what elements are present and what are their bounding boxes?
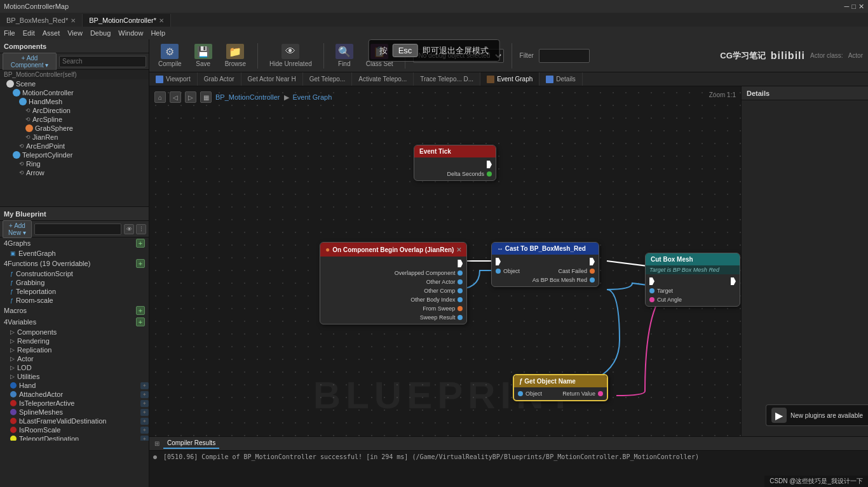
add-variable-btn[interactable]: +: [136, 317, 145, 326]
bp-item-eventgraph[interactable]: ▣ EventGraph: [0, 249, 149, 258]
component-search[interactable]: [59, 56, 146, 67]
get-obj-object-in: [518, 391, 523, 396]
bp-section-macros[interactable]: Macros +: [0, 305, 149, 316]
menu-view[interactable]: View: [67, 29, 83, 37]
add-component-button[interactable]: + Add Component ▾: [3, 53, 57, 70]
window-controls[interactable]: ─ □ ✕: [844, 3, 864, 11]
node-cast[interactable]: ↔ Cast To BP_BoxMesh_Red Object: [491, 242, 599, 287]
cut-angle-pin: [649, 297, 654, 302]
subtab-event-graph[interactable]: Event Graph: [480, 72, 539, 86]
tree-grabsphere[interactable]: GrabSphere: [0, 124, 149, 133]
bp-var-hand[interactable]: Hand ✦: [0, 381, 149, 390]
bp-forward-btn[interactable]: ▷: [185, 91, 196, 103]
bp-section-functions[interactable]: 4Functions (19 Overridable) +: [0, 258, 149, 269]
bp-canvas[interactable]: ⌂ ◁ ▷ ▦ BP_MotionController ▶ Event Grap…: [149, 86, 741, 436]
subtab-viewport[interactable]: Viewport: [149, 72, 198, 86]
bp-item-constructscript[interactable]: ƒ ConstructionScript: [0, 269, 149, 278]
bp-var-isteleporter[interactable]: IsTeleporterActive ✦: [0, 399, 149, 408]
subtab-get-telepo[interactable]: Get Telepo...: [303, 72, 353, 86]
add-new-button[interactable]: + Add New ▾: [3, 220, 32, 238]
filter-input[interactable]: [539, 49, 590, 63]
bp-var-attachedactor[interactable]: AttachedActor ✦: [0, 390, 149, 399]
bp-filter-icon[interactable]: ⋮: [136, 224, 146, 234]
var-dot-splinemeshes: [10, 409, 17, 415]
menu-edit[interactable]: Edit: [23, 29, 35, 37]
compiler-body: ● [0510.96] Compile of BP_MotionControll…: [149, 451, 868, 487]
var-dot-attachedactor: [10, 391, 17, 397]
bp-var-actor[interactable]: ▷ Actor: [0, 354, 149, 363]
bp-view-icon[interactable]: 👁: [124, 224, 134, 234]
bp-var-isroomscale[interactable]: IsRoomScale ✦: [0, 425, 149, 434]
add-graph-btn[interactable]: +: [136, 239, 145, 248]
bp-var-components[interactable]: ▷ Components: [0, 328, 149, 337]
close-tab-1[interactable]: ✕: [159, 17, 164, 24]
save-icon: 💾: [194, 44, 212, 59]
bp-back-btn[interactable]: ◁: [170, 91, 181, 103]
tree-handmesh[interactable]: HandMesh: [0, 97, 149, 106]
bp-zoom-label: Zoom 1:1: [709, 91, 736, 98]
find-button[interactable]: 🔍 Find: [332, 42, 357, 69]
node-overlap[interactable]: ● On Component Begin Overlap (JianRen) ✕: [320, 242, 467, 324]
menu-help[interactable]: Help: [151, 29, 165, 37]
subtab-grab-actor[interactable]: Grab Actor: [198, 72, 241, 86]
overlap-close[interactable]: ✕: [456, 246, 461, 253]
bp-home-btn[interactable]: ⌂: [154, 91, 166, 103]
bp-var-utilities[interactable]: ▷ Utilities: [0, 372, 149, 381]
save-button[interactable]: 💾 Save: [191, 42, 216, 69]
node-get-object[interactable]: ƒ Get Object Name Object Return Value: [513, 374, 608, 401]
hide-unrelated-button[interactable]: 👁 Hide Unrelated: [266, 42, 316, 69]
bp-var-splinemeshes[interactable]: SplineMeshes ✦: [0, 408, 149, 417]
as-bp-pin: [590, 277, 595, 283]
add-macro-btn[interactable]: +: [136, 306, 145, 315]
tree-arcdirection[interactable]: ⟲ ArcDirection: [0, 106, 149, 115]
bp-section-graphs[interactable]: 4Graphs +: [0, 237, 149, 249]
bp-search-input[interactable]: [34, 223, 121, 235]
cut-box-subtitle: Target is BP Box Mesh Red: [646, 265, 740, 274]
tree-teleportcylinder[interactable]: TeleportCylinder: [0, 150, 149, 159]
tree-arrow[interactable]: ⟲ Arrow: [0, 168, 149, 177]
add-function-btn[interactable]: +: [136, 259, 145, 268]
esc-key[interactable]: Esc: [393, 44, 418, 57]
browse-button[interactable]: 📁 Browse: [221, 42, 250, 69]
menu-debug[interactable]: Debug: [90, 29, 111, 37]
menu-window[interactable]: Window: [118, 29, 143, 37]
tree-jianren[interactable]: ⟲ JianRen: [0, 133, 149, 142]
bp-var-rendering[interactable]: ▷ Rendering: [0, 337, 149, 345]
bp-item-roomscale[interactable]: ƒ Room-scale: [0, 296, 149, 305]
tree-ring[interactable]: ⟲ Ring: [0, 159, 149, 168]
subtab-activate[interactable]: Activate Telepo...: [352, 72, 414, 86]
delta-seconds-pin: [487, 171, 492, 177]
bp-var-lod[interactable]: ▷ LOD: [0, 363, 149, 372]
tab-bp-boxmesh[interactable]: BP_BoxMesh_Red* ✕: [0, 14, 83, 27]
bp-item-teleportation[interactable]: ƒ Teleportation: [0, 287, 149, 296]
bp-var-teleportdest[interactable]: TeleportDestination ✦: [0, 434, 149, 441]
bp-var-replication[interactable]: ▷ Replication: [0, 345, 149, 354]
handmesh-icon: [19, 98, 27, 105]
tree-motioncontroller[interactable]: MotionController: [0, 88, 149, 97]
bp-var-blastframe[interactable]: bLastFrameValidDestination ✦: [0, 417, 149, 425]
scene-icon: [6, 80, 14, 88]
compiler-log-line: ● [0510.96] Compile of BP_MotionControll…: [153, 453, 864, 460]
var-dot-blastframe: [10, 418, 17, 424]
bp-section-variables[interactable]: 4Variables +: [0, 316, 149, 328]
menu-asset[interactable]: Asset: [43, 29, 60, 37]
tree-arcendpoint[interactable]: ⟲ ArcEndPoint: [0, 142, 149, 150]
app-title: MotionControllerMap: [4, 3, 69, 10]
compiler-results-tab[interactable]: Compiler Results: [163, 438, 219, 449]
compile-button[interactable]: ⚙ Compile: [154, 42, 186, 69]
subtab-details[interactable]: Details: [539, 72, 583, 86]
tree-arcspline[interactable]: ⟲ ArcSpline: [0, 115, 149, 124]
tab-bp-motioncontroller[interactable]: BP_MotionController* ✕: [83, 14, 171, 27]
plugins-bar[interactable]: ▶ New plugins are available: [766, 404, 868, 426]
menu-file[interactable]: File: [4, 29, 15, 37]
subtab-get-actor[interactable]: Get Actor Near H: [241, 72, 303, 86]
tree-scene[interactable]: Scene: [0, 79, 149, 88]
node-event-tick[interactable]: Event Tick Delta Seconds: [414, 145, 496, 181]
subtab-trace[interactable]: Trace Telepo... D...: [414, 72, 480, 86]
sweep-result-pin: [458, 315, 463, 320]
bp-grid-btn[interactable]: ▦: [200, 91, 212, 103]
bp-item-grabbing[interactable]: ƒ Grabbing: [0, 278, 149, 287]
var-dot-teleportdest: [10, 436, 17, 441]
node-cut-box[interactable]: Cut Box Mesh Target is BP Box Mesh Red: [645, 253, 740, 307]
close-tab-0[interactable]: ✕: [71, 17, 76, 24]
